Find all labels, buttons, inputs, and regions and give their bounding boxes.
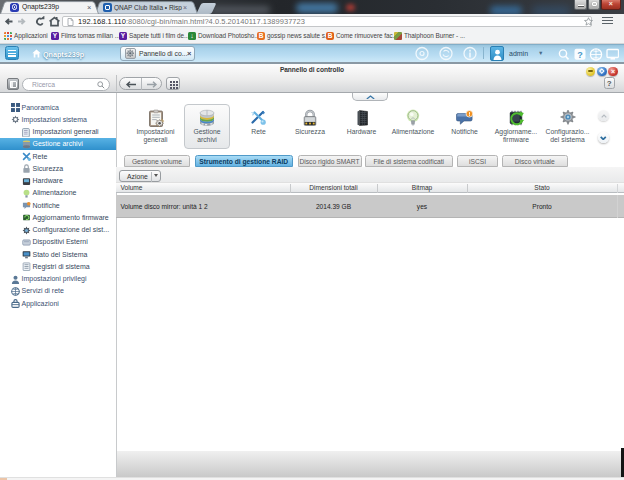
svg-text:?: ? [577,49,583,59]
